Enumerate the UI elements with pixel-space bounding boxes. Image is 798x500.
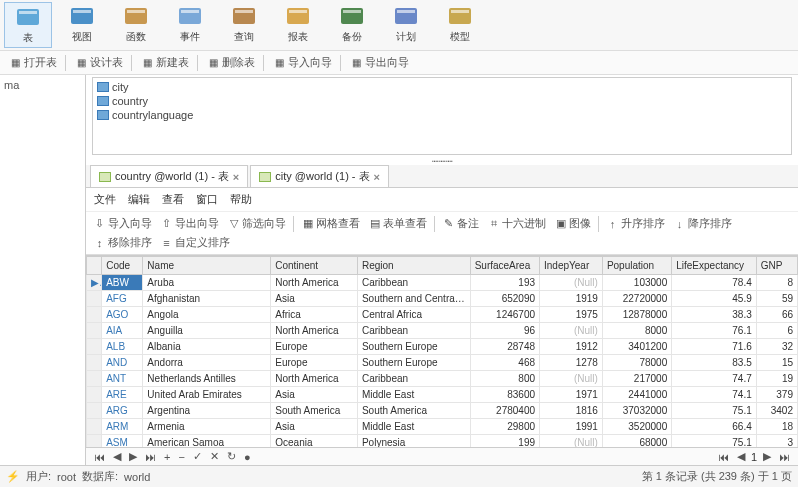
cell-surfacearea[interactable]: 29800	[470, 419, 539, 435]
cell-lifeexpectancy[interactable]: 38.3	[672, 307, 757, 323]
row-marker[interactable]	[87, 323, 102, 339]
cell-region[interactable]: South America	[357, 403, 470, 419]
tool-十六进制[interactable]: ⌗十六进制	[484, 215, 549, 232]
page-page_prev[interactable]: ◀	[735, 450, 747, 463]
table-list-item[interactable]: countrylanguage	[95, 108, 789, 122]
nav-cancel-button[interactable]: ✕	[208, 450, 221, 463]
cell-continent[interactable]: Asia	[271, 291, 358, 307]
cell-surfacearea[interactable]: 652090	[470, 291, 539, 307]
row-marker[interactable]	[87, 371, 102, 387]
table-row[interactable]: ANTNetherlands AntillesNorth AmericaCari…	[87, 371, 798, 387]
cell-region[interactable]: Caribbean	[357, 323, 470, 339]
column-header[interactable]: IndepYear	[540, 257, 603, 275]
sub-btn-新建表[interactable]: ▦新建表	[136, 53, 193, 72]
cell-continent[interactable]: North America	[271, 323, 358, 339]
cell-population[interactable]: 78000	[602, 355, 671, 371]
tool-移除排序[interactable]: ↕移除排序	[90, 234, 155, 251]
tool-导入向导[interactable]: ⇩导入向导	[90, 215, 155, 232]
tool-网格查看[interactable]: ▦网格查看	[298, 215, 363, 232]
cell-gnp[interactable]: 66	[756, 307, 797, 323]
table-row[interactable]: AFGAfghanistanAsiaSouthern and Central A…	[87, 291, 798, 307]
menu-帮助[interactable]: 帮助	[230, 192, 252, 207]
nav-post-button[interactable]: ✓	[191, 450, 204, 463]
cell-indepyear[interactable]: 1912	[540, 339, 603, 355]
tool-筛选向导[interactable]: ▽筛选向导	[224, 215, 289, 232]
cell-name[interactable]: Afghanistan	[143, 291, 271, 307]
toolbar-事件[interactable]: 事件	[166, 2, 214, 48]
column-header[interactable]: SurfaceArea	[470, 257, 539, 275]
tool-备注[interactable]: ✎备注	[439, 215, 482, 232]
cell-population[interactable]: 22720000	[602, 291, 671, 307]
cell-name[interactable]: Albania	[143, 339, 271, 355]
cell-indepyear[interactable]: (Null)	[540, 275, 603, 291]
cell-gnp[interactable]: 59	[756, 291, 797, 307]
cell-code[interactable]: ARE	[102, 387, 143, 403]
toolbar-函数[interactable]: 函数	[112, 2, 160, 48]
page-page_last[interactable]: ⏭	[777, 451, 792, 463]
cell-region[interactable]: Southern Europe	[357, 339, 470, 355]
cell-indepyear[interactable]: (Null)	[540, 435, 603, 448]
page-page_next[interactable]: ▶	[761, 450, 773, 463]
tool-自定义排序[interactable]: ≡自定义排序	[157, 234, 233, 251]
cell-gnp[interactable]: 18	[756, 419, 797, 435]
cell-indepyear[interactable]: (Null)	[540, 371, 603, 387]
data-grid[interactable]: CodeNameContinentRegionSurfaceAreaIndepY…	[86, 256, 798, 447]
table-row[interactable]: ARMArmeniaAsiaMiddle East298001991352000…	[87, 419, 798, 435]
cell-gnp[interactable]: 3402	[756, 403, 797, 419]
cell-region[interactable]: Southern Europe	[357, 355, 470, 371]
menu-文件[interactable]: 文件	[94, 192, 116, 207]
cell-region[interactable]: Central Africa	[357, 307, 470, 323]
cell-lifeexpectancy[interactable]: 83.5	[672, 355, 757, 371]
cell-continent[interactable]: South America	[271, 403, 358, 419]
row-marker[interactable]	[87, 339, 102, 355]
cell-lifeexpectancy[interactable]: 75.1	[672, 435, 757, 448]
cell-population[interactable]: 8000	[602, 323, 671, 339]
cell-indepyear[interactable]: 1971	[540, 387, 603, 403]
column-header[interactable]: LifeExpectancy	[672, 257, 757, 275]
cell-population[interactable]: 12878000	[602, 307, 671, 323]
cell-continent[interactable]: Europe	[271, 355, 358, 371]
tab[interactable]: city @world (1) - 表×	[250, 165, 389, 187]
cell-surfacearea[interactable]: 83600	[470, 387, 539, 403]
table-row[interactable]: ▶ABWArubaNorth AmericaCaribbean193(Null)…	[87, 275, 798, 291]
toolbar-视图[interactable]: 视图	[58, 2, 106, 48]
cell-name[interactable]: Argentina	[143, 403, 271, 419]
row-marker[interactable]	[87, 291, 102, 307]
cell-surfacearea[interactable]: 193	[470, 275, 539, 291]
cell-gnp[interactable]: 8	[756, 275, 797, 291]
table-row[interactable]: ARGArgentinaSouth AmericaSouth America27…	[87, 403, 798, 419]
sub-btn-设计表[interactable]: ▦设计表	[70, 53, 127, 72]
cell-code[interactable]: ASM	[102, 435, 143, 448]
row-marker[interactable]	[87, 355, 102, 371]
toolbar-计划[interactable]: 计划	[382, 2, 430, 48]
cell-population[interactable]: 3520000	[602, 419, 671, 435]
row-marker[interactable]	[87, 387, 102, 403]
sub-btn-导出向导[interactable]: ▦导出向导	[345, 53, 413, 72]
cell-name[interactable]: Angola	[143, 307, 271, 323]
cell-population[interactable]: 2441000	[602, 387, 671, 403]
cell-surfacearea[interactable]: 468	[470, 355, 539, 371]
cell-lifeexpectancy[interactable]: 76.1	[672, 323, 757, 339]
cell-surfacearea[interactable]: 199	[470, 435, 539, 448]
nav-add-button[interactable]: +	[162, 451, 172, 463]
cell-code[interactable]: ANT	[102, 371, 143, 387]
cell-code[interactable]: AIA	[102, 323, 143, 339]
sub-btn-打开表[interactable]: ▦打开表	[4, 53, 61, 72]
cell-gnp[interactable]: 3	[756, 435, 797, 448]
cell-continent[interactable]: North America	[271, 275, 358, 291]
nav-first-button[interactable]: ⏮	[92, 451, 107, 463]
toolbar-模型[interactable]: 模型	[436, 2, 484, 48]
cell-region[interactable]: Middle East	[357, 419, 470, 435]
sub-btn-导入向导[interactable]: ▦导入向导	[268, 53, 336, 72]
cell-name[interactable]: American Samoa	[143, 435, 271, 448]
cell-indepyear[interactable]: (Null)	[540, 323, 603, 339]
table-row[interactable]: ALBAlbaniaEuropeSouthern Europe287481912…	[87, 339, 798, 355]
cell-code[interactable]: AGO	[102, 307, 143, 323]
cell-region[interactable]: Southern and Central Asi	[357, 291, 470, 307]
row-marker[interactable]	[87, 419, 102, 435]
cell-gnp[interactable]: 32	[756, 339, 797, 355]
column-header[interactable]: Continent	[271, 257, 358, 275]
cell-indepyear[interactable]: 1975	[540, 307, 603, 323]
toolbar-备份[interactable]: 备份	[328, 2, 376, 48]
cell-code[interactable]: AFG	[102, 291, 143, 307]
